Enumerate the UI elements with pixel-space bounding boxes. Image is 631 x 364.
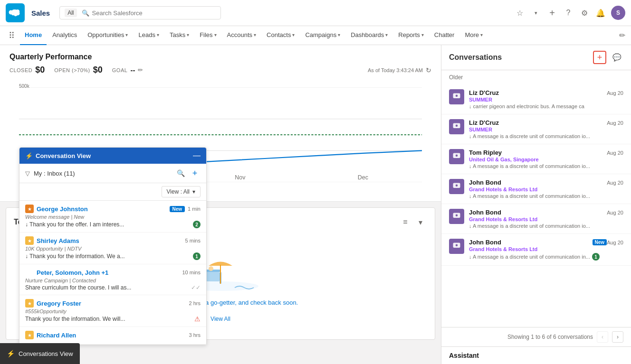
conv-row-header: Liz D'Cruz Aug 20 xyxy=(469,89,623,96)
minimize-icon[interactable]: — xyxy=(193,151,201,160)
conv-row[interactable]: John Bond New Aug 20 Grand Hotels & Reso… xyxy=(441,234,631,266)
nav-item-accounts[interactable]: Accounts ▾ xyxy=(222,26,261,45)
nav-item-tasks[interactable]: Tasks ▾ xyxy=(165,26,194,45)
conv-item-name: Peter, Solomon, John +1 xyxy=(37,269,179,276)
conv-item-preview: ↓ Thank you for the information. We a...… xyxy=(25,252,201,260)
nav-label-contacts: Contacts xyxy=(267,31,291,38)
conversation-message-icon[interactable]: 💬 xyxy=(610,51,623,64)
goal-value: -- xyxy=(130,66,135,74)
conv-item[interactable]: ★ Gregory Foster 2 hrs #555kOpportunity … xyxy=(19,295,206,327)
conv-row[interactable]: Liz D'Cruz Aug 20 SUMMER ↓ carrier pigeo… xyxy=(441,84,631,114)
add-icon[interactable]: + xyxy=(546,7,558,19)
conv-item-name: George Johnston xyxy=(37,205,167,213)
nav-edit-icon[interactable]: ✏ xyxy=(617,29,627,42)
search-icon[interactable]: 🔍 xyxy=(175,168,186,179)
closed-value: $0 xyxy=(35,65,45,75)
conv-item-header: ★ George Johnston New 1 min xyxy=(25,205,201,213)
count-badge: 1 xyxy=(592,253,600,261)
nav-item-reports[interactable]: Reports ▾ xyxy=(393,26,429,45)
refresh-icon[interactable]: ↻ xyxy=(426,66,431,74)
y-axis-label: 500k xyxy=(19,84,29,89)
bell-icon[interactable]: 🔔 xyxy=(595,7,606,19)
nav-item-contacts[interactable]: Contacts ▾ xyxy=(262,26,299,45)
conv-item-preview: Thank you for the information. We will..… xyxy=(25,315,201,323)
lightning-icon: ⚡ xyxy=(25,152,33,159)
help-icon[interactable]: ? xyxy=(563,7,574,19)
conv-row[interactable]: Liz D'Cruz Aug 20 SUMMER ↓ A message is … xyxy=(441,114,631,144)
conv-avatar xyxy=(449,149,464,164)
nav-label-opportunities: Opportunities xyxy=(87,31,124,38)
conv-row-date: Aug 20 xyxy=(607,210,623,215)
nav-item-leads[interactable]: Leads ▾ xyxy=(134,26,163,45)
pagination-info: Showing 1 to 6 of 6 conversations xyxy=(449,334,593,340)
nav-item-dashboards[interactable]: Dashboards ▾ xyxy=(346,26,392,45)
nav-item-opportunities[interactable]: Opportunities ▾ xyxy=(83,26,133,45)
nav-item-analytics[interactable]: Analytics xyxy=(48,26,82,45)
conversations-view-bottom-bar[interactable]: ⚡ Conversations View xyxy=(0,343,80,364)
conv-item[interactable]: ★ Richard Allen 3 hrs xyxy=(19,327,206,345)
goal-edit-icon[interactable]: ✏ xyxy=(138,66,143,74)
conv-row-sub: Grand Hotels & Resorts Ltd xyxy=(469,216,623,222)
conv-item-sub: 10K Opportunity | NDTV xyxy=(25,246,201,252)
search-bar[interactable]: All 🔍 xyxy=(59,6,221,19)
nav-item-campaigns[interactable]: Campaigns ▾ xyxy=(300,26,345,45)
conv-row-header: John Bond Aug 20 xyxy=(469,209,623,216)
grid-icon[interactable]: ⠿ xyxy=(4,28,19,43)
nav-label-reports: Reports xyxy=(398,31,420,38)
tasks-chevron-down-icon[interactable]: ▾ xyxy=(414,215,427,229)
svg-point-21 xyxy=(456,185,458,187)
star-icon[interactable]: ☆ xyxy=(514,7,526,19)
conv-item-sub: Welcome message | New xyxy=(25,214,201,220)
nav-label-campaigns: Campaigns xyxy=(305,31,336,38)
chevron-down-icon: ▾ xyxy=(214,32,217,37)
conv-item-time: 1 min xyxy=(188,206,201,212)
assistant-label: Assistant xyxy=(441,346,631,364)
view-dropdown[interactable]: View : All ▾ xyxy=(162,186,201,197)
conv-content: John Bond Aug 20 Grand Hotels & Resorts … xyxy=(469,179,623,199)
new-badge: New xyxy=(593,239,607,245)
conv-row-header: Liz D'Cruz Aug 20 xyxy=(469,119,623,126)
conv-row[interactable]: John Bond Aug 20 Grand Hotels & Resorts … xyxy=(441,174,631,204)
conv-pagination: Showing 1 to 6 of 6 conversations ‹ › xyxy=(441,327,631,346)
conv-row-name: John Bond xyxy=(469,209,607,216)
next-page-button[interactable]: › xyxy=(612,331,623,343)
conv-row[interactable]: Tom Ripley Aug 20 United Oil & Gas, Sing… xyxy=(441,144,631,174)
conv-row-name: Tom Ripley xyxy=(469,149,607,156)
conv-row-preview: ↓ A message is a discrete unit of commun… xyxy=(469,254,590,260)
conv-row-header: John Bond Aug 20 xyxy=(469,179,623,186)
conv-item[interactable]: ★ George Johnston New 1 min Welcome mess… xyxy=(19,201,206,233)
conv-row-sub: Grand Hotels & Resorts Ltd xyxy=(469,187,623,192)
nav-item-more[interactable]: More ▾ xyxy=(460,26,488,45)
user-avatar[interactable]: S xyxy=(611,6,625,20)
star-yellow-icon: ★ xyxy=(25,299,34,308)
view-dropdown-label: View : All xyxy=(167,188,190,195)
conv-content: Liz D'Cruz Aug 20 SUMMER ↓ carrier pigeo… xyxy=(469,89,623,109)
conv-row-preview-row: ↓ A message is a discrete unit of commun… xyxy=(469,253,623,261)
search-icon: 🔍 xyxy=(82,9,89,17)
settings-icon[interactable]: ⚙ xyxy=(579,7,590,19)
tasks-sub-text[interactable]: Be a go-getter, and check back soon. xyxy=(196,299,298,306)
conv-avatar xyxy=(449,89,464,104)
conv-row-preview: ↓ A message is a discrete unit of commun… xyxy=(469,163,590,169)
nav-item-chatter[interactable]: Chatter xyxy=(430,26,459,45)
nav-label-leads: Leads xyxy=(138,31,155,38)
nav-item-files[interactable]: Files ▾ xyxy=(195,26,221,45)
conv-row[interactable]: John Bond Aug 20 Grand Hotels & Resorts … xyxy=(441,204,631,234)
tasks-sort-icon[interactable]: ≡ xyxy=(399,215,412,229)
chevron-down-icon: ▾ xyxy=(192,188,195,195)
tasks-view-all-link[interactable]: View All xyxy=(210,316,230,322)
nav-label-chatter: Chatter xyxy=(434,31,455,38)
dropdown-icon[interactable]: ▾ xyxy=(530,7,542,19)
right-panel-title: Conversations xyxy=(449,53,593,62)
add-conv-icon[interactable]: + xyxy=(189,168,201,179)
conv-item[interactable]: ★ Shirley Adams 5 mins 10K Opportunity |… xyxy=(19,233,206,264)
prev-page-button[interactable]: ‹ xyxy=(597,331,608,343)
nav-item-home[interactable]: Home xyxy=(20,26,47,45)
filter-icon[interactable]: ▽ xyxy=(25,170,30,177)
new-conversation-button[interactable]: + xyxy=(593,51,606,64)
right-panel-header: Conversations + 💬 xyxy=(441,45,631,70)
search-prefix[interactable]: All xyxy=(65,9,76,17)
conv-row-preview-row: ↓ A message is a discrete unit of commun… xyxy=(469,223,623,229)
conv-item[interactable]: Peter, Solomon, John +1 10 mins Nurture … xyxy=(19,264,206,295)
search-input[interactable] xyxy=(92,9,216,17)
